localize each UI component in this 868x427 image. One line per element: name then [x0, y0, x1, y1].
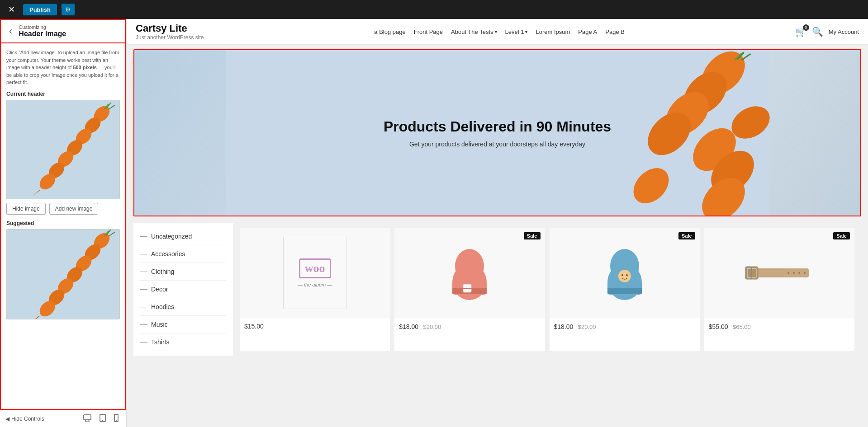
svg-point-63	[798, 272, 800, 274]
product-image-beanie-pink	[394, 228, 545, 318]
cat-item-decor[interactable]: — Decor	[140, 281, 226, 298]
svg-point-45	[455, 249, 484, 283]
cat-item-music[interactable]: — Music	[140, 316, 226, 333]
product-card-woo[interactable]: woo — the album — $15.00	[240, 228, 390, 351]
suggested-label: Suggested	[6, 220, 120, 226]
hero-subtitle: Get your products delivered at your door…	[298, 141, 697, 148]
nav-front-page[interactable]: Front Page	[414, 28, 443, 35]
header-image-label: Header Image	[19, 30, 66, 38]
product-card-beanie-pink[interactable]: true Sale	[394, 228, 545, 351]
cat-dash-1: —	[140, 250, 147, 258]
svg-point-55	[626, 274, 628, 276]
cat-item-uncategorized[interactable]: — Uncategorized	[140, 228, 226, 245]
site-tagline: Just another WordPress site	[136, 34, 204, 41]
cat-item-hoodies[interactable]: — Hoodies	[140, 298, 226, 316]
current-header-image	[6, 100, 120, 199]
product-info-beanie-pink: $18.00 $20.00	[394, 318, 545, 335]
cat-label-2: Clothing	[151, 268, 174, 275]
nav-page-b[interactable]: Page B	[605, 28, 625, 35]
add-new-image-button[interactable]: Add new image	[49, 203, 99, 215]
cat-label-6: Tshirts	[151, 338, 169, 346]
svg-point-27	[102, 420, 103, 421]
cat-item-clothing[interactable]: — Clothing	[140, 263, 226, 281]
product-card-belt[interactable]: Sale	[704, 228, 854, 351]
hero-text: Products Delivered in 90 Minutes Get you…	[298, 118, 697, 148]
nav-level1-arrow: ▾	[525, 29, 527, 34]
product-price-belt: $55.00	[709, 323, 728, 330]
panel-description: Click "Add new image" to upload an image…	[6, 49, 120, 86]
desktop-view-button[interactable]	[81, 413, 94, 425]
mobile-view-button[interactable]	[112, 413, 121, 425]
close-button[interactable]: ✕	[5, 3, 19, 16]
page-content: Products Delivered in 90 Minutes Get you…	[127, 45, 868, 360]
product-original-price-belt: $65.00	[733, 324, 751, 330]
product-card-beanie-blue[interactable]: Sale	[550, 228, 700, 351]
svg-point-53	[618, 270, 631, 282]
bottom-bar: ◀ Hide Controls	[0, 410, 126, 427]
cat-label-5: Music	[151, 321, 168, 328]
suggested-image	[6, 229, 120, 319]
cat-dash-2: —	[140, 267, 147, 276]
tablet-icon	[100, 414, 106, 422]
cat-item-tshirts[interactable]: — Tshirts	[140, 333, 226, 351]
cat-dash-3: —	[140, 285, 147, 293]
site-header: Cartsy Lite Just another WordPress site …	[127, 19, 868, 45]
nav-blog-page[interactable]: a Blog page	[374, 28, 405, 35]
desktop-icon	[83, 414, 91, 422]
cat-dash-4: —	[140, 303, 147, 311]
nav-lorem-ipsum[interactable]: Lorem Ipsum	[536, 28, 570, 35]
suggested-carrot-illustration	[7, 230, 120, 319]
nav-about-tests[interactable]: About The Tests ▾	[451, 28, 497, 35]
carrot-illustration	[7, 100, 120, 199]
cat-item-accessories[interactable]: — Accessories	[140, 245, 226, 263]
settings-button[interactable]: ⚙	[62, 4, 75, 15]
tablet-view-button[interactable]	[97, 413, 108, 425]
search-button[interactable]: 🔍	[812, 26, 823, 37]
product-price-woo: $15.00	[244, 323, 385, 330]
panel-content: Click "Add new image" to upload an image…	[0, 43, 126, 410]
svg-point-64	[804, 272, 806, 274]
hide-controls-button[interactable]: ◀ Hide Controls	[5, 416, 44, 422]
nav-level1[interactable]: Level 1 ▾	[505, 28, 528, 35]
svg-point-29	[116, 420, 117, 421]
hide-controls-icon: ◀	[5, 416, 9, 422]
current-header-label: Current header	[6, 91, 120, 97]
mobile-icon	[114, 414, 119, 422]
site-title-block: Cartsy Lite Just another WordPress site	[136, 23, 204, 41]
product-info-beanie-blue: $18.00 $20.00	[550, 318, 700, 335]
hide-image-button[interactable]: Hide image	[6, 203, 46, 215]
cat-dash-6: —	[140, 338, 147, 346]
nav-about-tests-label: About The Tests	[451, 28, 493, 35]
nav-about-tests-arrow: ▾	[495, 29, 497, 34]
bottom-view-icons	[81, 413, 121, 425]
svg-rect-52	[607, 289, 642, 294]
product-original-price-beanie-blue: $20.00	[578, 324, 596, 330]
customizing-title-block: Customizing Header Image	[19, 24, 66, 38]
my-account-link[interactable]: My Account	[829, 28, 859, 35]
cat-label-4: Hoodies	[151, 303, 174, 310]
cat-dash-0: —	[140, 232, 147, 240]
cart-button[interactable]: 🛒 0	[795, 26, 806, 37]
cart-badge: 0	[803, 24, 809, 31]
site-nav: a Blog page Front Page About The Tests ▾…	[374, 28, 625, 35]
nav-level1-label: Level 1	[505, 28, 524, 35]
product-info-woo: $15.00	[240, 318, 390, 334]
publish-button[interactable]: Publish	[23, 4, 57, 15]
left-panel: ‹ Customizing Header Image Click "Add ne…	[0, 19, 127, 427]
cat-label-0: Uncategorized	[151, 233, 192, 240]
product-image-belt	[704, 228, 854, 318]
cat-label-1: Accessories	[151, 250, 185, 258]
hero-section: Products Delivered in 90 Minutes Get you…	[133, 49, 861, 216]
cat-label-3: Decor	[151, 286, 168, 293]
svg-point-61	[787, 272, 789, 274]
nav-page-a[interactable]: Page A	[578, 28, 597, 35]
customizing-header: ‹ Customizing Header Image	[0, 19, 126, 43]
back-button[interactable]: ‹	[6, 24, 15, 38]
svg-point-62	[793, 272, 795, 274]
product-price-beanie-pink: $18.00	[399, 323, 418, 330]
hide-controls-label: Hide Controls	[11, 416, 44, 422]
product-price-beanie-blue: $18.00	[554, 323, 574, 330]
product-info-belt: $55.00 $65.00	[704, 318, 854, 335]
nav-icons: 🛒 0 🔍 My Account	[795, 26, 859, 37]
hero-title: Products Delivered in 90 Minutes	[298, 118, 697, 135]
